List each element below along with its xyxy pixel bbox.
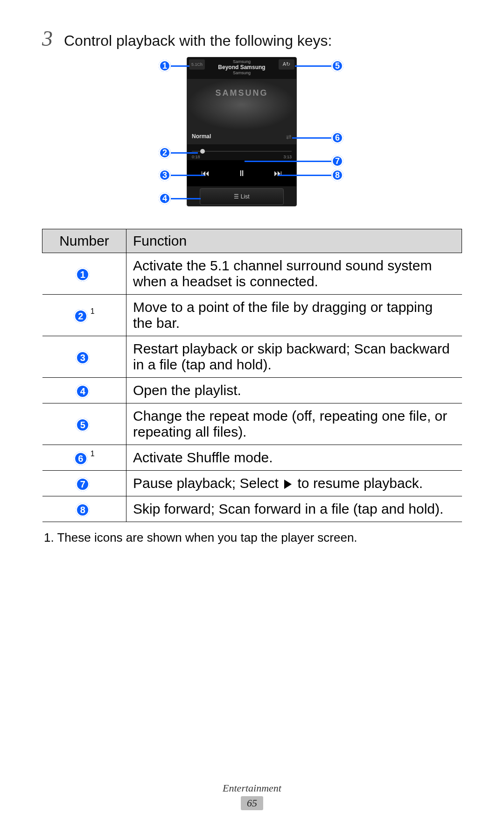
surround-badge: 5.1Ch	[189, 59, 205, 70]
pause-icon: ⏸	[238, 169, 246, 178]
callout-line	[295, 65, 331, 67]
repeat-badge: A↻	[279, 59, 294, 70]
row-badge: 5	[76, 418, 90, 432]
row-sup: 1	[91, 307, 95, 315]
step-text: Control playback with the following keys…	[64, 32, 332, 49]
row-badge: 1	[76, 268, 90, 282]
head-number: Number	[42, 229, 126, 253]
row-badge: 6	[74, 452, 88, 466]
row-function: Skip forward; Scan forward in a file (ta…	[126, 496, 462, 522]
shuffle-icon: ⇄	[286, 133, 292, 141]
page-footer: Entertainment 65	[0, 782, 504, 810]
manual-page: 3 Control playback with the following ke…	[0, 0, 504, 827]
row-sup: 1	[91, 450, 95, 458]
callout-7: 7	[331, 155, 343, 167]
callout-line	[171, 175, 204, 176]
callout-line	[171, 152, 198, 154]
table-row: 8 Skip forward; Scan forward in a file (…	[42, 496, 462, 522]
callout-line	[278, 175, 331, 176]
callout-6: 6	[331, 132, 343, 144]
callout-1: 1	[159, 60, 171, 72]
row-function: Pause playback; Select to resume playbac…	[126, 471, 462, 496]
prev-icon: ⏮	[201, 169, 210, 178]
table-row: 61 Activate Shuffle mode.	[42, 445, 462, 471]
callout-line	[171, 65, 189, 67]
footnote: 1. These icons are shown when you tap th…	[42, 530, 462, 545]
row-function: Activate the 5.1 channel surround sound …	[126, 253, 462, 295]
next-icon: ⏭	[274, 169, 282, 178]
function-table: Number Function 1 Activate the 5.1 chann…	[42, 229, 462, 522]
table-row: 1 Activate the 5.1 channel surround soun…	[42, 253, 462, 295]
eq-row: Normal ⇄	[187, 130, 296, 144]
list-icon: ☰	[234, 193, 240, 200]
page-number: 65	[241, 796, 263, 810]
row-function: Move to a point of the file by dragging …	[126, 295, 462, 336]
table-row: 5 Change the repeat mode (off, repeating…	[42, 403, 462, 445]
song-artist-sub: Samsung	[187, 71, 296, 75]
callout-8: 8	[331, 169, 343, 181]
seek-bar: 0:18 3:13	[187, 144, 296, 160]
row-badge: 3	[76, 351, 90, 365]
transport-controls: ⏮ ⏸ ⏭	[187, 160, 296, 186]
callout-line	[171, 198, 201, 199]
list-button: ☰ List	[200, 188, 284, 205]
callout-line	[292, 137, 331, 139]
row-badge: 7	[76, 477, 90, 491]
phone-illustration: 5.1Ch A↻ Samsung Beyond Samsung Samsung …	[42, 57, 462, 216]
list-label: List	[241, 193, 250, 200]
callout-line	[245, 161, 331, 162]
table-head-row: Number Function	[42, 229, 462, 253]
callout-4: 4	[159, 192, 171, 205]
row-function: Restart playback or skip backward; Scan …	[126, 336, 462, 378]
eq-label: Normal	[192, 133, 211, 140]
row-function: Change the repeat mode (off, repeating o…	[126, 403, 462, 445]
time-elapsed: 0:18	[192, 155, 200, 159]
row-function: Activate Shuffle mode.	[126, 445, 462, 471]
step-number: 3	[42, 28, 53, 49]
table-row: 21 Move to a point of the file by draggi…	[42, 295, 462, 336]
callout-3: 3	[159, 169, 171, 181]
table-row: 7 Pause playback; Select to resume playb…	[42, 471, 462, 496]
row-badge: 4	[76, 384, 90, 398]
play-icon	[284, 480, 292, 489]
row-badge: 2	[74, 309, 88, 323]
table-row: 3 Restart playback or skip backward; Sca…	[42, 336, 462, 378]
phone-screen: 5.1Ch A↻ Samsung Beyond Samsung Samsung …	[187, 57, 297, 206]
section-name: Entertainment	[0, 782, 504, 794]
callout-2: 2	[159, 147, 171, 159]
album-art: SAMSUNG	[187, 79, 296, 130]
table-row: 4 Open the playlist.	[42, 378, 462, 403]
head-function: Function	[126, 229, 462, 253]
time-total: 3:13	[283, 155, 292, 159]
row-badge: 8	[76, 503, 90, 517]
callout-5: 5	[331, 60, 343, 72]
row-function: Open the playlist.	[126, 378, 462, 403]
step-row: 3 Control playback with the following ke…	[42, 28, 462, 49]
player-header: 5.1Ch A↻ Samsung Beyond Samsung Samsung	[187, 57, 296, 79]
